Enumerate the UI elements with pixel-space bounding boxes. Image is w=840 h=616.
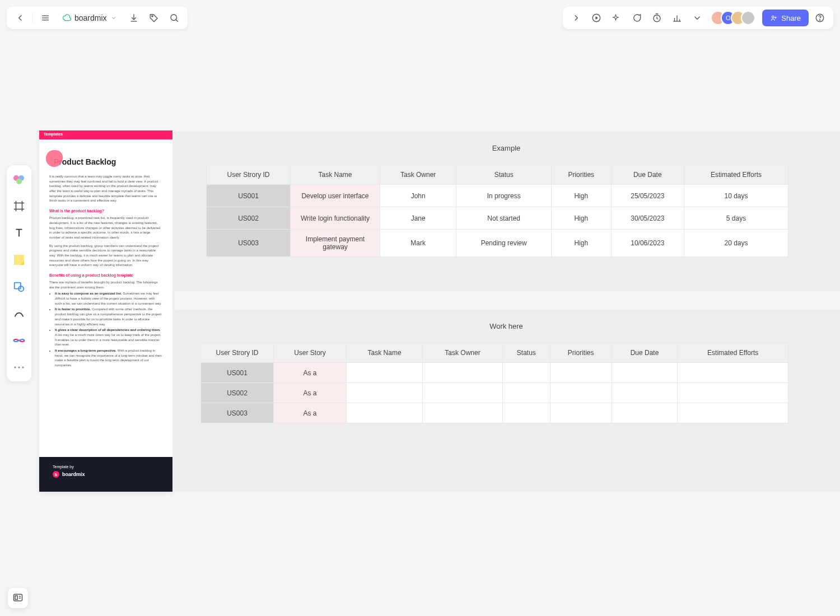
table-row[interactable]: US001 Develop user interface John In pro… [207,185,788,207]
th: Estimated Efforts [684,165,788,185]
canvas[interactable]: Templates Product Backlog It is really c… [0,0,840,616]
example-title: Example [172,132,840,165]
work-title: Work here [172,310,840,343]
card-sub2: Benefits of using a product backlog temp… [49,273,162,277]
table-row[interactable]: US003 As a [201,403,788,423]
th: Priorities [550,343,612,363]
th: Task Name [347,343,423,363]
work-panel[interactable]: Work here User Strory ID User Story Task… [172,310,840,492]
work-table[interactable]: User Strory ID User Story Task Name Task… [200,343,788,423]
footer-brand: boardmix [62,472,85,477]
th: Status [456,165,552,185]
example-table[interactable]: User Strory ID Task Name Task Owner Stat… [206,165,788,257]
th: Estimated Efforts [678,343,788,363]
card-title: Product Backlog [54,157,162,166]
card-sub1: What is the product backlog? [49,209,162,213]
th: User Strory ID [207,165,291,185]
th: User Strory ID [201,343,274,363]
example-panel[interactable]: Example User Strory ID Task Name Task Ow… [172,132,840,291]
card-p2: Product backlog, a prioritized task list… [49,216,162,240]
card-footer: Template by b boardmix [39,457,172,492]
th: Status [502,343,550,363]
footer-label: Template by [53,465,172,469]
table-row[interactable]: US001 As a [201,363,788,383]
info-card[interactable]: Templates Product Backlog It is really c… [39,130,172,492]
th: Priorities [552,165,612,185]
card-intro: It is really common that a team may jugg… [49,174,162,203]
table-row[interactable]: US002 As a [201,383,788,403]
th: Task Owner [423,343,503,363]
benefits-list: It is easy to compose as an organized li… [49,291,162,367]
th: Due Date [612,343,678,363]
table-row[interactable]: US003 Implement payment gateway Mark Pen… [207,230,788,257]
th: Due Date [611,165,684,185]
th: Task Owner [380,165,456,185]
templates-banner: Templates [39,130,172,139]
card-p3: By using the product backlog, group memb… [49,244,162,268]
table-row[interactable]: US002 Write login functionality Jane Not… [207,207,788,230]
th: Task Name [291,165,380,185]
card-p4: There are myriads of benefits brought by… [49,280,162,290]
footer-logo-icon: b [53,471,59,478]
th: User Story [274,343,347,363]
